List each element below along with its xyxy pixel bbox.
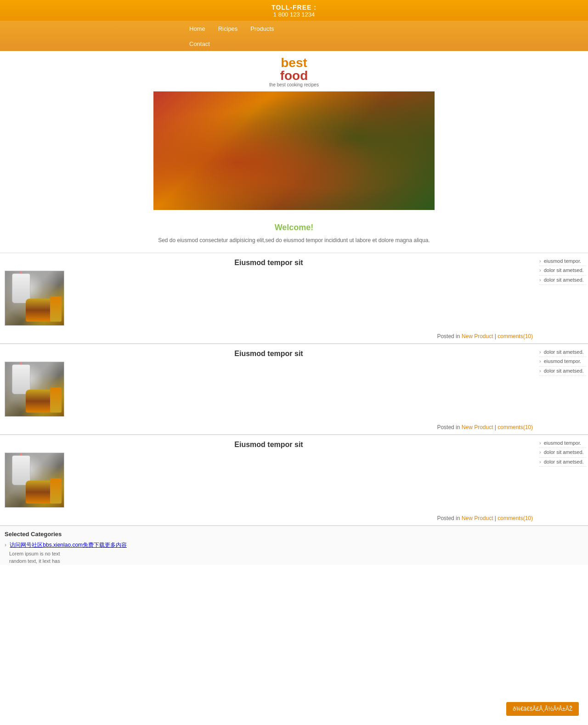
article-1-comments[interactable]: comments(10) bbox=[498, 333, 533, 340]
nav-home[interactable]: Home bbox=[183, 21, 212, 37]
welcome-text: Sed do eiusmod consectetur adipisicing e… bbox=[92, 236, 496, 244]
categories-title: Selected Categories bbox=[5, 531, 583, 538]
article-3-category[interactable]: New Product bbox=[462, 515, 493, 521]
logo-best: best bbox=[269, 57, 319, 69]
article-3-body bbox=[0, 453, 537, 512]
article-3: Eiusmod tempor sit Posted in New Product… bbox=[0, 435, 588, 526]
article-1-sidebar: eiusmod tempor. dolor sit ametsed. dolor… bbox=[537, 253, 588, 343]
welcome-section: Welcome! Sed do eiusmod consectetur adip… bbox=[0, 215, 588, 253]
logo-area: best food the best cooking recipes bbox=[0, 51, 588, 91]
sidebar-2-item-2: eiusmod tempor. bbox=[539, 357, 586, 366]
top-bar: TOLL-FREE : 1 800 123 1234 Home Ricipes … bbox=[0, 0, 588, 51]
nav-bar-row1: Home Ricipes Products bbox=[0, 21, 588, 37]
categories-section: Selected Categories 访问网号社区bbs.xienlao.co… bbox=[0, 526, 588, 565]
logo-food-text: food bbox=[280, 68, 308, 83]
phone-number: 1 800 123 1234 bbox=[0, 11, 588, 18]
article-2-posted-in: Posted in bbox=[437, 424, 460, 430]
nav-products[interactable]: Products bbox=[244, 21, 280, 37]
category-item-2: Lorem ipsum is no text bbox=[5, 550, 583, 557]
article-1-content: Eiusmod tempor sit Posted in New Product… bbox=[0, 253, 537, 343]
article-1-category[interactable]: New Product bbox=[462, 333, 493, 340]
article-2-category[interactable]: New Product bbox=[462, 424, 493, 430]
article-1-image bbox=[5, 271, 64, 326]
article-1-layout: Eiusmod tempor sit Posted in New Product… bbox=[0, 253, 588, 343]
nav-bar-row2: Contact bbox=[0, 37, 588, 51]
article-2-footer: Posted in New Product | comments(10) bbox=[0, 421, 537, 434]
article-2-title: Eiusmod tempor sit bbox=[0, 344, 537, 362]
article-2: Eiusmod tempor sit Posted in New Product… bbox=[0, 344, 588, 435]
article-3-footer: Posted in New Product | comments(10) bbox=[0, 512, 537, 525]
sidebar-2-item-3: dolor sit ametsed. bbox=[539, 367, 586, 376]
nav-ricipes[interactable]: Ricipes bbox=[212, 21, 244, 37]
sidebar-2-item-1: dolor sit ametsed. bbox=[539, 348, 586, 357]
sidebar-3-item-3: dolor sit ametsed. bbox=[539, 458, 586, 467]
article-2-layout: Eiusmod tempor sit Posted in New Product… bbox=[0, 344, 588, 434]
category-highlight-link[interactable]: 访问网号社区bbs.xienlao.com免费下载更多内容 bbox=[10, 542, 127, 548]
article-3-text bbox=[69, 453, 533, 508]
article-3-posted-in: Posted in bbox=[437, 515, 460, 521]
category-item-1: 访问网号社区bbs.xienlao.com免费下载更多内容 bbox=[5, 540, 583, 550]
logo-tagline: the best cooking recipes bbox=[269, 82, 319, 87]
article-2-body bbox=[0, 362, 537, 421]
logo-best-text: best bbox=[281, 56, 307, 70]
article-2-content: Eiusmod tempor sit Posted in New Product… bbox=[0, 344, 537, 434]
article-3-image bbox=[5, 453, 64, 508]
hero-overlay bbox=[153, 91, 435, 210]
article-2-image bbox=[5, 362, 64, 417]
article-2-text bbox=[69, 362, 533, 417]
article-2-sidebar: dolor sit ametsed. eiusmod tempor. dolor… bbox=[537, 344, 588, 434]
article-3-title: Eiusmod tempor sit bbox=[0, 435, 537, 453]
sidebar-3-item-2: dolor sit ametsed. bbox=[539, 448, 586, 457]
article-1: Eiusmod tempor sit Posted in New Product… bbox=[0, 253, 588, 344]
article-3-layout: Eiusmod tempor sit Posted in New Product… bbox=[0, 435, 588, 525]
article-1-footer: Posted in New Product | comments(10) bbox=[0, 330, 537, 343]
nav-contact[interactable]: Contact bbox=[183, 37, 216, 51]
sidebar-3-item-1: eiusmod tempor. bbox=[539, 439, 586, 448]
sidebar-1-item-1: eiusmod tempor. bbox=[539, 257, 586, 266]
article-3-sidebar: eiusmod tempor. dolor sit ametsed. dolor… bbox=[537, 435, 588, 525]
welcome-title: Welcome! bbox=[92, 223, 496, 232]
logo: best food the best cooking recipes bbox=[269, 57, 319, 87]
articles-container: Eiusmod tempor sit Posted in New Product… bbox=[0, 253, 588, 526]
article-2-comments[interactable]: comments(10) bbox=[498, 424, 533, 430]
article-1-posted-in: Posted in bbox=[437, 333, 460, 340]
article-1-text bbox=[69, 271, 533, 326]
article-3-content: Eiusmod tempor sit Posted in New Product… bbox=[0, 435, 537, 525]
toll-free-label: TOLL-FREE : bbox=[0, 4, 588, 11]
hero-image bbox=[153, 91, 435, 210]
logo-food: food bbox=[269, 69, 319, 82]
article-1-body bbox=[0, 271, 537, 330]
article-3-comments[interactable]: comments(10) bbox=[498, 515, 533, 521]
sidebar-1-item-2: dolor sit ametsed. bbox=[539, 266, 586, 275]
sidebar-1-item-3: dolor sit ametsed. bbox=[539, 276, 586, 285]
category-item-3: random text, it lext has bbox=[5, 557, 583, 565]
article-1-title: Eiusmod tempor sit bbox=[0, 253, 537, 271]
